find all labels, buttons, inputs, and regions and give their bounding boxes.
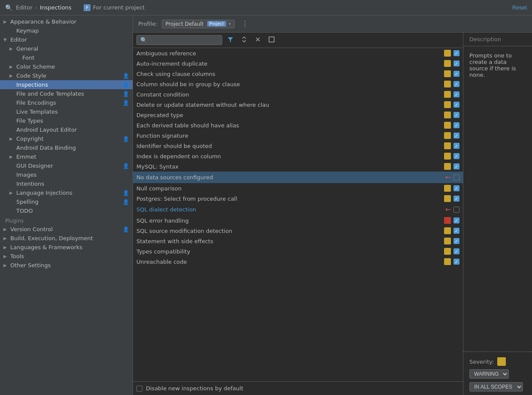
inspection-checkbox-18[interactable] [453,228,459,234]
inspection-checkbox-7[interactable] [453,112,459,118]
sidebar-item-android-data-binding[interactable]: Android Data Binding [0,143,133,152]
inspection-row-9[interactable]: Function signature [133,130,463,141]
inspection-checkbox-9[interactable] [453,133,459,139]
inspection-row-5[interactable]: Constant condition [133,89,463,100]
inspection-checkbox-19[interactable] [453,238,459,244]
inspection-row-21[interactable]: Unreachable code [133,256,463,267]
profile-name: Project Default [166,21,204,27]
breadcrumb-parent[interactable]: Editor [16,4,32,11]
severity-box-20 [444,248,451,255]
sidebar-label-keymap: Keymap [16,27,129,34]
inspection-checkbox-5[interactable] [453,91,459,97]
scope-dropdown[interactable]: IN ALL SCOPES [469,382,523,392]
severity-box-10 [444,142,451,149]
search-icon[interactable]: 🔍 [5,4,12,11]
sidebar-item-todo[interactable]: TODO [0,206,133,215]
severity-dropdown[interactable]: WARNING ERROR INFO [469,369,509,379]
inspection-checkbox-8[interactable] [453,122,459,128]
inspection-row-10[interactable]: Identifier should be quoted [133,141,463,151]
inspection-row-16[interactable]: SQL dialect detection← [133,204,463,215]
inspection-row-1[interactable]: Ambiguous reference [133,48,463,58]
inspection-row-3[interactable]: Check using clause columns [133,69,463,79]
sidebar-item-live-templates[interactable]: Live Templates [0,107,133,116]
inspection-checkbox-6[interactable] [453,102,459,108]
sidebar-item-font[interactable]: Font [0,53,133,62]
inspection-row-20[interactable]: Types compatibility [133,246,463,256]
inspection-row-4[interactable]: Column should be in group by clause [133,79,463,89]
inspection-label-17: SQL error handling [136,217,441,224]
inspection-row-2[interactable]: Auto-increment duplicate [133,58,463,69]
inspection-row-15[interactable]: Postgres: Select from procedure call [133,193,463,204]
search-input[interactable] [149,37,218,43]
inspection-checkbox-16[interactable] [453,207,459,213]
inspection-checkbox-17[interactable] [453,217,459,223]
sidebar-item-gui-designer[interactable]: GUI Designer👤 [0,161,133,170]
sidebar-item-other-settings[interactable]: ▶Other Settings [0,261,133,270]
filter-button[interactable] [225,35,236,45]
severity-box-1 [444,50,451,57]
sidebar-item-spelling[interactable]: Spelling👤 [0,197,133,206]
inspection-row-8[interactable]: Each derived table should have alias [133,120,463,130]
sidebar-item-android-layout[interactable]: Android Layout Editor [0,125,133,134]
sidebar-item-appearance[interactable]: ▶Appearance & Behavior [0,17,133,26]
inspection-checkbox-3[interactable] [453,71,459,77]
sidebar-item-file-encodings[interactable]: File Encodings👤 [0,98,133,107]
sidebar-item-images[interactable]: Images [0,170,133,179]
inspection-row-11[interactable]: Index is dependent on column [133,151,463,161]
sidebar-item-file-types[interactable]: File Types [0,116,133,125]
sidebar-item-version-control[interactable]: ▶Version Control👤 [0,225,133,234]
sidebar-item-build-exec[interactable]: ▶Build, Execution, Deployment [0,234,133,243]
inspection-checkbox-11[interactable] [453,153,459,159]
inspection-row-14[interactable]: Null comparison [133,183,463,193]
search-field[interactable]: 🔍 [136,35,222,45]
inspection-checkbox-13[interactable] [453,175,459,181]
inspection-checkbox-1[interactable] [453,50,459,56]
frame-button[interactable] [266,35,277,45]
inspection-row-6[interactable]: Delete or update statement without where… [133,100,463,110]
description-divider [463,351,532,352]
severity-box-14 [444,185,451,192]
inspection-checkbox-21[interactable] [453,259,459,265]
severity-box-8 [444,122,451,129]
sidebar-label-build-exec: Build, Execution, Deployment [10,235,129,241]
more-button[interactable]: ⋮ [239,19,251,29]
top-bar-left: 🔍 Editor › Inspections P For current pro… [5,4,145,11]
inspection-row-12[interactable]: MySQL: Syntax [133,161,463,172]
inspection-row-18[interactable]: SQL source modification detection [133,226,463,236]
expand-all-button[interactable] [239,35,250,45]
disable-inspections-checkbox[interactable] [136,386,142,392]
collapse-all-button[interactable] [252,35,263,45]
sidebar-item-code-style[interactable]: ▶Code Style👤 [0,71,133,80]
sidebar-item-file-code-templates[interactable]: File and Code Templates👤 [0,89,133,98]
sidebar-item-tools[interactable]: ▶Tools [0,252,133,261]
inspection-checkbox-4[interactable] [453,81,459,87]
inspection-checkbox-10[interactable] [453,143,459,149]
inspection-checkbox-20[interactable] [453,248,459,254]
sidebar-item-languages[interactable]: ▶Languages & Frameworks [0,243,133,252]
reset-button[interactable]: Reset [512,4,527,11]
bottom-bar: Disable new inspections by default [133,381,463,395]
inspection-row-19[interactable]: Statement with side effects [133,236,463,246]
inspection-checkbox-15[interactable] [453,196,459,202]
inspection-checkbox-2[interactable] [453,60,459,66]
expand-icon-general: ▶ [9,46,15,51]
inspection-checkbox-14[interactable] [453,185,459,191]
sidebar-label-language-injections: Language Injections [16,190,121,196]
profile-dropdown[interactable]: Project Default Project ▾ [162,20,235,28]
sidebar-item-general[interactable]: ▶General [0,44,133,53]
severity-box-7 [444,112,451,118]
sidebar-item-keymap[interactable]: Keymap [0,26,133,35]
inspection-row-17[interactable]: SQL error handling [133,215,463,226]
sidebar-item-inspections[interactable]: Inspections👤 [0,80,133,89]
sidebar-item-editor[interactable]: ▼Editor [0,35,133,44]
inspection-row-7[interactable]: Deprecated type [133,110,463,120]
sidebar-item-emmet[interactable]: ▶Emmet [0,152,133,161]
sidebar-item-copyright[interactable]: ▶Copyright👤 [0,134,133,143]
sidebar-item-color-scheme[interactable]: ▶Color Scheme [0,62,133,71]
arrow-indicator-13: ← [445,173,451,181]
sidebar-item-language-injections[interactable]: ▶Language Injections👤 [0,188,133,197]
project-icon: P [84,4,91,11]
inspection-row-13[interactable]: No data sources configured← [133,172,463,183]
inspection-checkbox-12[interactable] [453,163,459,169]
sidebar-item-intentions[interactable]: Intentions [0,179,133,188]
